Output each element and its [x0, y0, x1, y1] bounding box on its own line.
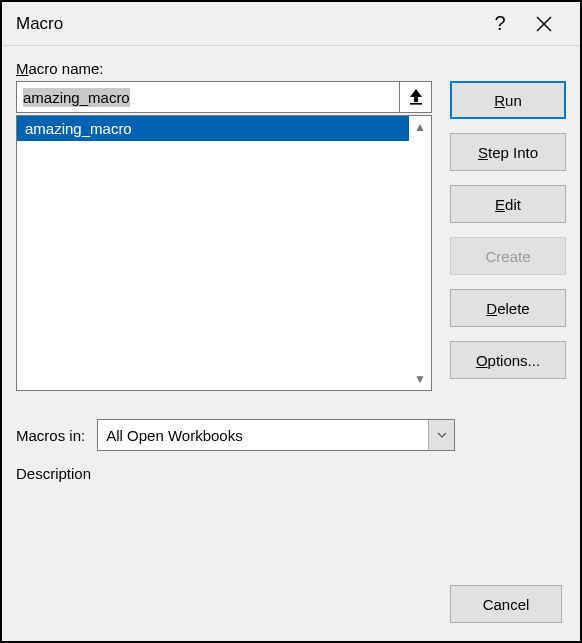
macros-in-label: Macros in:	[16, 427, 85, 444]
main-row: amazing_macro amazing_macro	[16, 81, 566, 391]
edit-button[interactable]: Edit	[450, 185, 566, 223]
macro-listbox[interactable]: amazing_macro ▲ ▼	[16, 115, 432, 391]
name-row: amazing_macro	[16, 81, 432, 113]
button-column: Run Step Into Edit Create Delete Options…	[450, 81, 566, 379]
left-column: amazing_macro amazing_macro	[16, 81, 432, 391]
run-button[interactable]: Run	[450, 81, 566, 119]
arrow-up-icon	[407, 88, 425, 106]
list-scrollbar[interactable]: ▲ ▼	[409, 116, 431, 390]
macro-name-label: Macro name:	[16, 60, 566, 77]
macro-name-value: amazing_macro	[23, 88, 130, 107]
macros-in-combo[interactable]: All Open Workbooks	[97, 419, 455, 451]
close-button[interactable]	[522, 2, 566, 46]
create-button: Create	[450, 237, 566, 275]
chevron-down-icon	[437, 432, 447, 438]
step-into-button[interactable]: Step Into	[450, 133, 566, 171]
dialog-title: Macro	[16, 14, 478, 34]
footer: Cancel	[450, 585, 562, 623]
titlebar: Macro ?	[2, 2, 580, 46]
svg-marker-2	[410, 89, 422, 102]
close-icon	[536, 16, 552, 32]
chevron-down-icon: ▼	[414, 372, 426, 386]
macros-in-row: Macros in: All Open Workbooks	[16, 419, 566, 451]
combo-value: All Open Workbooks	[98, 420, 428, 450]
options-button[interactable]: Options...	[450, 341, 566, 379]
combo-dropdown-button[interactable]	[428, 420, 454, 450]
delete-button[interactable]: Delete	[450, 289, 566, 327]
cancel-button[interactable]: Cancel	[450, 585, 562, 623]
list-item[interactable]: amazing_macro	[17, 116, 409, 141]
macro-dialog: Macro ? Macro name: amazing_macro	[0, 0, 582, 643]
assign-button[interactable]	[400, 81, 432, 113]
chevron-up-icon: ▲	[414, 120, 426, 134]
help-button[interactable]: ?	[478, 2, 522, 46]
list-items: amazing_macro	[17, 116, 409, 390]
dialog-content: Macro name: amazing_macro	[2, 46, 580, 641]
macro-name-input[interactable]: amazing_macro	[16, 81, 400, 113]
svg-rect-3	[410, 103, 422, 105]
description-label: Description	[16, 465, 566, 482]
